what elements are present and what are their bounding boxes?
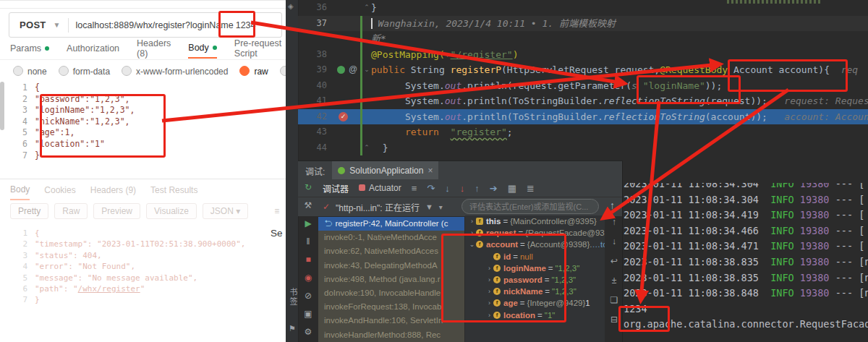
- console-output[interactable]: 2023-01-11 11:08:34.304 INFO 19380 --- […: [624, 183, 868, 342]
- wrap-lines-icon[interactable]: ≡: [274, 206, 279, 216]
- run-to-cursor-icon[interactable]: ➔: [490, 183, 498, 194]
- response-tab-body[interactable]: Body: [10, 184, 30, 200]
- tab-params[interactable]: Params: [10, 43, 49, 59]
- frame-row[interactable]: invokeHandlerMethod:888, Rec: [318, 328, 464, 342]
- editor-line[interactable]: 42✓ System.out.println(ToStringBuilder.r…: [298, 109, 868, 125]
- method-select[interactable]: POST: [9, 20, 54, 30]
- scroll-down-icon[interactable]: ↓: [612, 236, 616, 247]
- response-tab-headers-9-[interactable]: Headers (9): [90, 184, 136, 200]
- evaluate-expression-input[interactable]: 评估表达式(Enter)或添加监视(C...: [461, 199, 599, 214]
- step-into-icon[interactable]: ↓: [445, 183, 450, 194]
- view-breakpoints-icon[interactable]: ◉: [305, 273, 312, 283]
- frame-row[interactable]: invokeForRequest:138, Invocab: [318, 300, 464, 314]
- chevron-down-icon[interactable]: ▼: [54, 21, 61, 29]
- tab-body[interactable]: Body: [188, 43, 217, 59]
- trash-icon[interactable]: ⊟: [610, 315, 618, 325]
- scroll-up-icon[interactable]: ↑: [612, 217, 616, 227]
- debug-tab-debugger[interactable]: 调试器: [323, 182, 349, 194]
- body-mode-none[interactable]: none: [13, 66, 47, 77]
- wrench-icon[interactable]: ⚒: [305, 200, 312, 210]
- body-mode-formdata[interactable]: form-data: [59, 66, 110, 77]
- editor-line[interactable]: 37Wanghaixin, 2023/1/4 10:11 • 1. 前端模板映射: [298, 16, 868, 32]
- frame-row[interactable]: invoke:43, DelegatingMethodA: [318, 259, 464, 273]
- view-pretty[interactable]: Pretty: [10, 203, 48, 219]
- editor-line[interactable]: 43 return "register";: [298, 124, 868, 140]
- resume-icon[interactable]: ▶: [305, 218, 311, 228]
- editor-line[interactable]: 41 System.out.println(ToStringBuilder.re…: [298, 93, 868, 109]
- variable-row[interactable]: ›fnickName="1,2,3": [465, 286, 605, 297]
- mute-breakpoints-icon[interactable]: ⊘: [305, 291, 312, 301]
- stop-icon[interactable]: ■: [305, 255, 310, 265]
- editor-line[interactable]: 38@PostMapping(▾"/register"): [298, 47, 868, 63]
- debug-tab-actuator[interactable]: Actuator: [359, 183, 401, 193]
- expand-all-icon[interactable]: ±: [612, 275, 617, 286]
- soft-wrap-icon[interactable]: ↩: [610, 256, 618, 266]
- variable-row[interactable]: ›fage={Integer@9429} 1: [465, 297, 605, 309]
- variable-row[interactable]: ›frequest={RequestFacade@9397}: [465, 227, 605, 239]
- filter-icon[interactable]: ▼: [425, 202, 433, 211]
- frame-row[interactable]: doInvoke:190, InvocableHandle: [318, 286, 464, 300]
- variable-row[interactable]: ›flocation="1": [465, 309, 605, 321]
- request-body-editor[interactable]: 1{2"password":"1,2,3",3"loginName":"1,2,…: [0, 82, 275, 161]
- run-endpoint-icon[interactable]: [337, 66, 345, 74]
- tab-authorization[interactable]: Authorization: [67, 43, 119, 59]
- scrollbar[interactable]: [0, 82, 4, 130]
- evaluate-expression-icon[interactable]: ▦: [508, 183, 516, 194]
- chevron-down-icon[interactable]: ▾: [439, 203, 443, 211]
- code-editor[interactable]: 36⌃}37Wanghaixin, 2023/1/4 10:11 • 1. 前端…: [298, 0, 868, 161]
- expand-arrow-icon[interactable]: ›: [468, 227, 476, 239]
- breakpoint-verified-icon[interactable]: ✓: [339, 112, 348, 121]
- print-icon[interactable]: ❏: [610, 295, 618, 305]
- variable-row[interactable]: ›fthis={MainController@9395}: [465, 215, 605, 227]
- structure-icon[interactable]: ◈: [288, 2, 294, 10]
- arrow-up-icon[interactable]: ↑: [610, 200, 615, 211]
- frame-row[interactable]: invoke:498, Method (java.lang.r: [318, 273, 464, 286]
- variable-row[interactable]: ›fpassword="1,2,3": [465, 274, 605, 286]
- fold-icon[interactable]: ⌃: [362, 140, 371, 156]
- expand-arrow-icon[interactable]: ›: [485, 297, 493, 309]
- view-preview[interactable]: Preview: [93, 203, 140, 219]
- fold-icon[interactable]: ⌃: [362, 0, 371, 16]
- body-mode-xwwwformurlencoded[interactable]: x-www-form-urlencoded: [122, 66, 228, 77]
- editor-line[interactable]: 39@⌄public String registerP(HttpServletR…: [298, 62, 868, 78]
- frame-row[interactable]: invokeAndHandle:106, ServletIn: [318, 314, 464, 328]
- response-tab-cookies[interactable]: Cookies: [44, 184, 75, 200]
- bookmark-icon[interactable]: ⚑: [289, 324, 296, 333]
- tab-pre-request-script[interactable]: Pre-request Script: [234, 43, 286, 59]
- layout-settings-icon[interactable]: ≣: [527, 183, 535, 194]
- view-visualize[interactable]: Visualize: [146, 203, 197, 219]
- expand-arrow-icon[interactable]: ›: [485, 274, 493, 286]
- step-out-icon[interactable]: ↑: [475, 183, 480, 194]
- pause-icon[interactable]: ‖: [307, 236, 310, 247]
- variable-row[interactable]: fid=null: [465, 251, 605, 262]
- bookmarks-tool-tab[interactable]: 书签: [287, 288, 299, 307]
- run-config-tab[interactable]: SolutionApplication ×: [332, 161, 438, 180]
- fold-icon[interactable]: ⌄: [362, 62, 371, 78]
- frame-row[interactable]: invoke0:-1, NativeMethodAcce: [318, 231, 464, 244]
- editor-line[interactable]: 44⌃ }: [298, 140, 868, 156]
- hamburger-icon[interactable]: ≡: [412, 183, 417, 194]
- tab-headers-8-[interactable]: Headers (8): [137, 43, 171, 59]
- expand-arrow-icon[interactable]: ›: [485, 262, 493, 274]
- force-step-into-icon[interactable]: ↓: [460, 183, 465, 194]
- settings-gear-icon[interactable]: ⚙: [305, 327, 312, 337]
- expand-arrow-icon[interactable]: ›: [468, 215, 476, 227]
- rerun-icon[interactable]: ↻: [305, 182, 312, 192]
- thread-status[interactable]: "http-ni...in": 正在运行: [336, 201, 420, 213]
- expand-arrow-icon[interactable]: ⌄: [468, 239, 476, 250]
- step-over-icon[interactable]: ↷: [427, 183, 435, 194]
- close-icon[interactable]: ×: [427, 166, 433, 176]
- expand-arrow-icon[interactable]: ›: [485, 286, 493, 297]
- variable-row[interactable]: ⌄faccount={Account@9398}.…toString(): [465, 239, 605, 250]
- editor-line[interactable]: 40 System.out.println(request.getParamet…: [298, 78, 868, 94]
- editor-line[interactable]: 新*: [298, 31, 868, 47]
- variable-row[interactable]: ›floginName="1,2,3": [465, 262, 605, 274]
- format-select[interactable]: JSON ▾: [203, 203, 248, 219]
- response-tab-test-results[interactable]: Test Results: [150, 184, 197, 200]
- url-input[interactable]: localhost:8889/whx/register?loginName: [76, 20, 234, 30]
- snapshot-icon[interactable]: ▣: [304, 309, 312, 319]
- url-loginname-value[interactable]: 1234: [234, 20, 258, 30]
- frame-row[interactable]: ⮌registerP:42, MainController (c: [318, 217, 464, 231]
- variables-tree[interactable]: ›fthis={MainController@9395}›frequest={R…: [465, 215, 605, 342]
- frame-row[interactable]: invoke:62, NativeMethodAcces: [318, 244, 464, 258]
